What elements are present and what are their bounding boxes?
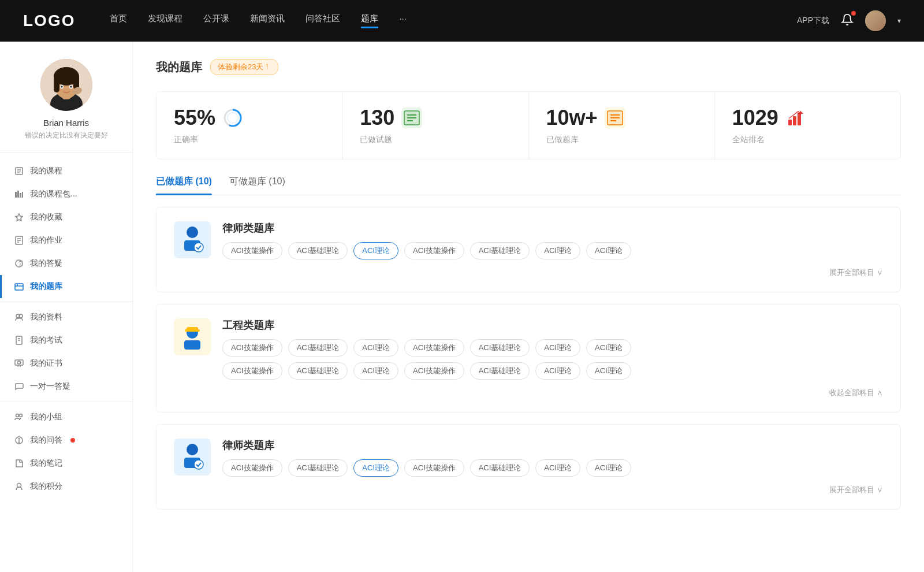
- stat-done-q-value: 130: [360, 106, 394, 130]
- svg-point-63: [194, 243, 203, 252]
- sidebar-item-homework[interactable]: 我的作业: [0, 229, 132, 252]
- done-q-icon: [401, 107, 422, 128]
- sidebar-item-mypoints[interactable]: 我的积分: [0, 475, 132, 498]
- accuracy-icon: [222, 107, 243, 128]
- sidebar-item-mybank[interactable]: 我的题库: [0, 275, 132, 298]
- app-download-link[interactable]: APP下载: [797, 16, 829, 26]
- logo: LOGO: [23, 12, 75, 30]
- sidebar-profile: Brian Harris 错误的决定比没有决定要好: [0, 59, 132, 153]
- sidebar-label-mypoints: 我的积分: [30, 481, 62, 492]
- svg-rect-2: [62, 92, 70, 99]
- user-avatar[interactable]: [865, 10, 886, 31]
- tag-1-2[interactable]: ACI理论: [353, 242, 398, 259]
- tag-1-5[interactable]: ACI理论: [535, 242, 580, 259]
- tag-2b-5[interactable]: ACI理论: [535, 362, 580, 380]
- tab-done-banks[interactable]: 已做题库 (10): [156, 176, 212, 195]
- tag-1-0[interactable]: ACI技能操作: [222, 242, 282, 259]
- expand-link-3[interactable]: 展开全部科目 ∨: [174, 485, 883, 495]
- tag-3-1[interactable]: ACI基础理论: [288, 459, 348, 477]
- sidebar-item-course[interactable]: 我的课程: [0, 159, 132, 183]
- tag-2a-2[interactable]: ACI理论: [353, 339, 398, 356]
- bank-title-3: 律师类题库: [222, 439, 883, 452]
- svg-point-39: [16, 414, 19, 417]
- tag-2b-3[interactable]: ACI技能操作: [404, 362, 464, 380]
- tab-available-banks[interactable]: 可做题库 (10): [229, 176, 285, 195]
- sidebar-item-collect[interactable]: 我的收藏: [0, 206, 132, 229]
- tag-2a-5[interactable]: ACI理论: [535, 339, 580, 356]
- main-content: 我的题库 体验剩余23天！ 55% 正确率: [133, 42, 924, 572]
- svg-point-7: [60, 85, 64, 89]
- notification-bell[interactable]: [841, 13, 854, 29]
- svg-point-36: [18, 361, 21, 364]
- tag-2b-6[interactable]: ACI理论: [586, 362, 631, 380]
- sidebar-item-mynote[interactable]: 我的笔记: [0, 452, 132, 475]
- tag-2a-1[interactable]: ACI基础理论: [288, 339, 348, 356]
- tag-3-0[interactable]: ACI技能操作: [222, 459, 282, 477]
- nav-more[interactable]: ···: [399, 13, 407, 28]
- sidebar-item-myquestion[interactable]: 我的问答: [0, 429, 132, 452]
- svg-point-68: [187, 444, 198, 455]
- tag-3-3[interactable]: ACI技能操作: [404, 459, 464, 477]
- svg-point-3: [55, 72, 78, 99]
- user-dropdown-arrow[interactable]: ▾: [897, 17, 901, 25]
- sidebar-label-mydata: 我的资料: [30, 312, 62, 322]
- notification-badge: [851, 11, 856, 16]
- question-red-dot: [70, 438, 75, 443]
- tag-3-4[interactable]: ACI基础理论: [470, 459, 530, 477]
- tag-2b-0[interactable]: ACI技能操作: [222, 362, 282, 380]
- bank-title-1: 律师类题库: [222, 221, 883, 235]
- sidebar-username: Brian Harris: [43, 118, 89, 128]
- svg-rect-19: [22, 192, 23, 198]
- nav-opencourse[interactable]: 公开课: [203, 13, 229, 28]
- tag-2b-4[interactable]: ACI基础理论: [470, 362, 530, 380]
- sidebar-item-mygroup[interactable]: 我的小组: [0, 406, 132, 429]
- myquestion-icon: [14, 435, 24, 445]
- tag-1-1[interactable]: ACI基础理论: [288, 242, 348, 259]
- tag-2a-6[interactable]: ACI理论: [586, 339, 631, 356]
- tag-2b-2[interactable]: ACI理论: [353, 362, 398, 380]
- nav-discover[interactable]: 发现课程: [148, 13, 182, 28]
- sidebar-item-mycert[interactable]: 我的证书: [0, 352, 132, 375]
- sidebar-item-qa[interactable]: ? 我的答疑: [0, 252, 132, 275]
- avatar-image: [865, 10, 886, 31]
- 1on1-icon: [14, 381, 24, 392]
- bank-card-lawyer-2: 律师类题库 ACI技能操作 ACI基础理论 ACI理论 ACI技能操作 ACI基…: [156, 424, 901, 510]
- tag-1-6[interactable]: ACI理论: [586, 242, 631, 259]
- nav-news[interactable]: 新闻资讯: [250, 13, 285, 28]
- stat-accuracy-label: 正确率: [174, 135, 325, 145]
- sidebar-item-coursepack[interactable]: 我的课程包...: [0, 183, 132, 206]
- stat-accuracy: 55% 正确率: [157, 92, 342, 159]
- lawyer-icon-1: [174, 221, 211, 258]
- svg-rect-27: [15, 284, 23, 290]
- coursepack-icon: [14, 189, 24, 199]
- done-b-icon: [605, 107, 625, 128]
- mygroup-icon: [14, 412, 24, 422]
- nav-bank[interactable]: 题库: [361, 13, 378, 28]
- svg-rect-59: [798, 113, 801, 125]
- page-title: 我的题库: [156, 60, 202, 75]
- svg-point-46: [228, 113, 238, 123]
- myexam-icon: [14, 335, 24, 346]
- navbar-right: APP下载 ▾: [797, 10, 901, 31]
- tag-3-6[interactable]: ACI理论: [586, 459, 631, 477]
- tag-3-2[interactable]: ACI理论: [353, 459, 398, 477]
- tag-1-3[interactable]: ACI技能操作: [404, 242, 464, 259]
- collapse-link-2[interactable]: 收起全部科目 ∧: [174, 388, 883, 398]
- tag-2b-1[interactable]: ACI基础理论: [288, 362, 348, 380]
- nav-home[interactable]: 首页: [110, 13, 127, 28]
- sidebar-item-1on1[interactable]: 一对一答疑: [0, 375, 132, 398]
- tag-1-4[interactable]: ACI基础理论: [470, 242, 530, 259]
- trial-badge: 体验剩余23天！: [210, 59, 278, 75]
- sidebar-item-mydata[interactable]: 我的资料: [0, 306, 132, 329]
- tag-2a-4[interactable]: ACI基础理论: [470, 339, 530, 356]
- tag-2a-0[interactable]: ACI技能操作: [222, 339, 282, 356]
- tag-3-5[interactable]: ACI理论: [535, 459, 580, 477]
- tag-2a-3[interactable]: ACI技能操作: [404, 339, 464, 356]
- stat-rank-label: 全站排名: [732, 135, 883, 145]
- nav-qa[interactable]: 问答社区: [305, 13, 340, 28]
- sidebar-item-myexam[interactable]: 我的考试: [0, 329, 132, 352]
- expand-link-1[interactable]: 展开全部科目 ∨: [174, 268, 883, 278]
- sidebar-label-homework: 我的作业: [30, 235, 62, 246]
- svg-rect-5: [54, 75, 59, 92]
- tags-row-2a: ACI技能操作 ACI基础理论 ACI理论 ACI技能操作 ACI基础理论 AC…: [222, 339, 883, 356]
